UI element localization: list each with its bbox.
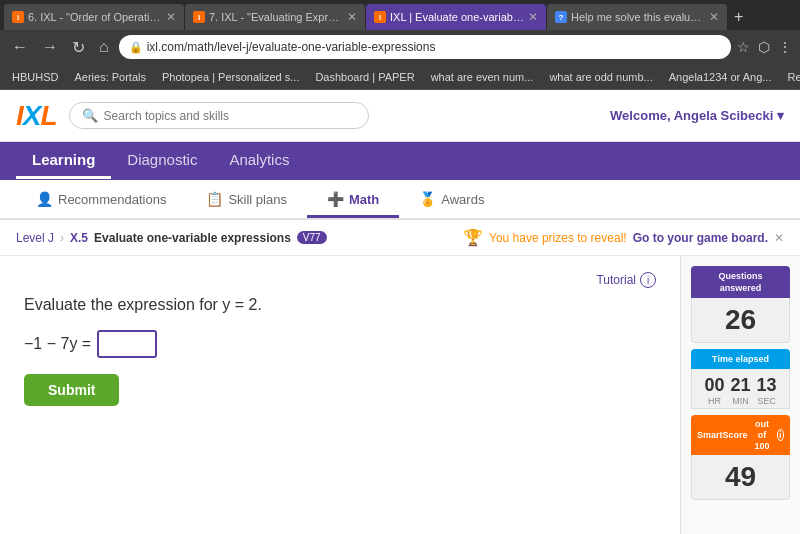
- bookmark-even-numbers[interactable]: what are even num...: [427, 70, 538, 84]
- tab-4-close[interactable]: ✕: [709, 10, 719, 24]
- menu-icon[interactable]: ⋮: [778, 39, 792, 55]
- welcome-text[interactable]: Welcome, Angela Scibecki ▾: [610, 108, 784, 123]
- stats-sidebar: Questions answered 26 Time elapsed 00 HR…: [680, 256, 800, 534]
- bookmark-angela[interactable]: Angela1234 or Ang...: [665, 70, 776, 84]
- questions-answered-box: Questions answered 26: [691, 266, 790, 343]
- refresh-button[interactable]: ↻: [68, 36, 89, 59]
- browser-chrome: I 6. IXL - "Order of Operations Pr... ✕ …: [0, 0, 800, 90]
- math-icon: ➕: [327, 191, 344, 207]
- tab-3-title: IXL | Evaluate one-variable expr...: [390, 11, 524, 23]
- tab-bar: I 6. IXL - "Order of Operations Pr... ✕ …: [0, 0, 800, 30]
- tab-3-close[interactable]: ✕: [528, 10, 538, 24]
- breadcrumb-separator: ›: [60, 231, 64, 245]
- nav-tab-learning[interactable]: Learning: [16, 143, 111, 179]
- recommendations-icon: 👤: [36, 191, 53, 207]
- questions-answered-label: Questions answered: [691, 266, 790, 298]
- bookmark-reading[interactable]: Reading list: [783, 70, 800, 84]
- sub-tab-recommendations[interactable]: 👤 Recommendations: [16, 183, 186, 218]
- search-icon: 🔍: [82, 108, 98, 123]
- address-bar[interactable]: 🔒 ixl.com/math/level-j/evaluate-one-vari…: [119, 35, 731, 59]
- breadcrumb-badge: V77: [297, 231, 327, 244]
- bookmark-aeries[interactable]: Aeries: Portals: [70, 70, 150, 84]
- questions-answered-value: 26: [691, 298, 790, 343]
- bookmark-icon[interactable]: ☆: [737, 39, 750, 55]
- ixl-logo: IXL: [16, 100, 57, 132]
- time-elapsed-value: 00 HR 21 MIN 13 SEC: [691, 369, 790, 409]
- time-elapsed-box: Time elapsed 00 HR 21 MIN 13 SEC: [691, 349, 790, 409]
- prize-link[interactable]: Go to your game board.: [633, 231, 768, 245]
- bookmark-hbuhsd[interactable]: HBUHSD: [8, 70, 62, 84]
- awards-icon: 🏅: [419, 191, 436, 207]
- time-hours: 00 HR: [704, 375, 724, 406]
- answer-input[interactable]: [97, 330, 157, 358]
- main-nav-tabs: Learning Diagnostic Analytics: [0, 142, 800, 180]
- smartscore-value: 49: [691, 455, 790, 500]
- skill-plans-icon: 📋: [206, 191, 223, 207]
- bookmark-odd-numbers[interactable]: what are odd numb...: [545, 70, 656, 84]
- breadcrumb-bar: Level J › X.5 Evaluate one-variable expr…: [0, 220, 800, 256]
- ssl-lock-icon: 🔒: [129, 41, 143, 54]
- skill-plans-label: Skill plans: [228, 192, 287, 207]
- breadcrumb-skill-name: Evaluate one-variable expressions: [94, 231, 291, 245]
- nav-icons: ☆ ⬡ ⋮: [737, 39, 792, 55]
- math-label: Math: [349, 192, 379, 207]
- tab-1[interactable]: I 6. IXL - "Order of Operations Pr... ✕: [4, 4, 184, 30]
- home-button[interactable]: ⌂: [95, 36, 113, 58]
- search-input[interactable]: [104, 109, 356, 123]
- tab-3-favicon: I: [374, 11, 386, 23]
- address-text: ixl.com/math/level-j/evaluate-one-variab…: [147, 40, 436, 54]
- expression-prefix: −1 − 7y =: [24, 335, 91, 353]
- tab-1-title: 6. IXL - "Order of Operations Pr...: [28, 11, 162, 23]
- prize-banner: 🏆 You have prizes to reveal! Go to your …: [463, 228, 784, 247]
- content-area: Tutorial i Evaluate the expression for y…: [0, 256, 680, 534]
- nav-tab-diagnostic[interactable]: Diagnostic: [111, 143, 213, 179]
- breadcrumb-skill-code: X.5: [70, 231, 88, 245]
- new-tab-button[interactable]: +: [728, 8, 749, 26]
- problem-instruction: Evaluate the expression for y = 2.: [24, 296, 656, 314]
- tab-2-favicon: I: [193, 11, 205, 23]
- sub-nav-tabs: 👤 Recommendations 📋 Skill plans ➕ Math 🏅…: [0, 180, 800, 220]
- forward-button[interactable]: →: [38, 36, 62, 58]
- smartscore-box: SmartScore out of 100 i 49: [691, 415, 790, 500]
- bookmarks-bar: HBUHSD Aeries: Portals Photopea | Person…: [0, 64, 800, 90]
- welcome-dropdown-icon: ▾: [777, 108, 784, 123]
- main-layout: Tutorial i Evaluate the expression for y…: [0, 256, 800, 534]
- ixl-header: IXL 🔍 Welcome, Angela Scibecki ▾: [0, 90, 800, 142]
- tab-1-close[interactable]: ✕: [166, 10, 176, 24]
- extensions-icon[interactable]: ⬡: [758, 39, 770, 55]
- time-seconds: 13 SEC: [757, 375, 777, 406]
- search-box[interactable]: 🔍: [69, 102, 369, 129]
- smartscore-info-icon[interactable]: i: [777, 429, 784, 441]
- math-expression: −1 − 7y =: [24, 330, 656, 358]
- tab-2-title: 7. IXL - "Evaluating Expressions...: [209, 11, 343, 23]
- tutorial-info-icon[interactable]: i: [640, 272, 656, 288]
- awards-label: Awards: [441, 192, 484, 207]
- prize-icon: 🏆: [463, 228, 483, 247]
- tab-2-close[interactable]: ✕: [347, 10, 357, 24]
- sub-tab-math[interactable]: ➕ Math: [307, 183, 399, 218]
- breadcrumb-level[interactable]: Level J: [16, 231, 54, 245]
- bookmark-photopea[interactable]: Photopea | Personalized s...: [158, 70, 303, 84]
- sub-tab-awards[interactable]: 🏅 Awards: [399, 183, 504, 218]
- back-button[interactable]: ←: [8, 36, 32, 58]
- tab-3[interactable]: I IXL | Evaluate one-variable expr... ✕: [366, 4, 546, 30]
- bookmark-dashboard[interactable]: Dashboard | PAPER: [311, 70, 418, 84]
- tutorial-label[interactable]: Tutorial: [596, 273, 636, 287]
- tutorial-section: Tutorial i: [24, 272, 656, 288]
- nav-tab-analytics[interactable]: Analytics: [213, 143, 305, 179]
- tab-4-favicon: ?: [555, 11, 567, 23]
- time-minutes: 21 MIN: [730, 375, 750, 406]
- prize-close-icon[interactable]: ✕: [774, 231, 784, 245]
- nav-bar: ← → ↻ ⌂ 🔒 ixl.com/math/level-j/evaluate-…: [0, 30, 800, 64]
- time-elapsed-label: Time elapsed: [691, 349, 790, 369]
- tab-1-favicon: I: [12, 11, 24, 23]
- sub-tab-skill-plans[interactable]: 📋 Skill plans: [186, 183, 307, 218]
- recommendations-label: Recommendations: [58, 192, 166, 207]
- tab-4[interactable]: ? Help me solve this evaluating e... ✕: [547, 4, 727, 30]
- welcome-label: Welcome, Angela Scibecki: [610, 108, 773, 123]
- tab-4-title: Help me solve this evaluating e...: [571, 11, 705, 23]
- submit-button[interactable]: Submit: [24, 374, 119, 406]
- smartscore-label: SmartScore out of 100 i: [691, 415, 790, 455]
- prize-text: You have prizes to reveal!: [489, 231, 627, 245]
- tab-2[interactable]: I 7. IXL - "Evaluating Expressions... ✕: [185, 4, 365, 30]
